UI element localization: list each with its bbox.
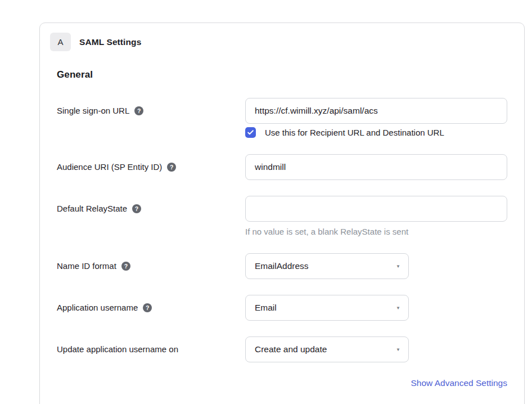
name-id-format-select[interactable]: EmailAddress ▼ xyxy=(245,253,409,279)
audience-uri-input[interactable] xyxy=(245,154,507,180)
audience-uri-label: Audience URI (SP Entity ID) xyxy=(57,161,162,173)
advanced-settings-row: Show Advanced Settings xyxy=(57,378,507,388)
saml-settings-card: A SAML Settings General Single sign-on U… xyxy=(39,23,525,404)
application-username-help-icon[interactable]: ? xyxy=(143,303,152,312)
recipient-url-checkbox-row: Use this for Recipient URL and Destinati… xyxy=(245,126,507,138)
form-row-sso-url: Single sign-on URL ? Use this for Recipi… xyxy=(57,98,507,138)
relay-state-input[interactable] xyxy=(245,196,507,222)
update-username-value: Create and update xyxy=(255,344,327,354)
application-username-select[interactable]: Email ▼ xyxy=(245,295,409,321)
update-username-label: Update application username on xyxy=(57,344,178,355)
application-username-label: Application username xyxy=(57,302,138,313)
sso-url-help-icon[interactable]: ? xyxy=(134,106,143,115)
form-row-update-username: Update application username on Create an… xyxy=(57,336,507,362)
update-username-select[interactable]: Create and update ▼ xyxy=(245,336,409,362)
name-id-format-label: Name ID format xyxy=(57,261,116,272)
name-id-format-help-icon[interactable]: ? xyxy=(121,262,130,271)
audience-uri-help-icon[interactable]: ? xyxy=(167,163,176,172)
recipient-url-checkbox[interactable] xyxy=(245,127,256,138)
relay-state-help-icon[interactable]: ? xyxy=(132,204,141,213)
chevron-down-icon: ▼ xyxy=(396,306,400,311)
recipient-url-checkbox-label: Use this for Recipient URL and Destinati… xyxy=(265,128,444,137)
section-heading-general: General xyxy=(57,69,507,80)
application-username-value: Email xyxy=(255,303,277,313)
chevron-down-icon: ▼ xyxy=(396,264,400,269)
sso-url-input[interactable] xyxy=(245,98,507,124)
form-row-audience-uri: Audience URI (SP Entity ID) ? xyxy=(57,154,507,180)
show-advanced-settings-link[interactable]: Show Advanced Settings xyxy=(411,378,507,388)
form-row-application-username: Application username ? Email ▼ xyxy=(57,295,507,321)
page-title: SAML Settings xyxy=(79,37,141,47)
relay-state-helper-text: If no value is set, a blank RelayState i… xyxy=(245,226,507,237)
checkmark-icon xyxy=(247,129,254,136)
general-form: Single sign-on URL ? Use this for Recipi… xyxy=(57,98,507,388)
name-id-format-value: EmailAddress xyxy=(255,261,309,271)
relay-state-label: Default RelayState xyxy=(57,203,127,214)
form-row-relay-state: Default RelayState ? If no value is set,… xyxy=(57,196,507,237)
form-row-name-id-format: Name ID format ? EmailAddress ▼ xyxy=(57,253,507,279)
section-badge: A xyxy=(50,33,71,51)
card-header: A SAML Settings xyxy=(40,23,524,51)
chevron-down-icon: ▼ xyxy=(396,347,400,352)
card-body: General Single sign-on URL ? xyxy=(40,69,524,404)
sso-url-label: Single sign-on URL xyxy=(57,105,129,116)
